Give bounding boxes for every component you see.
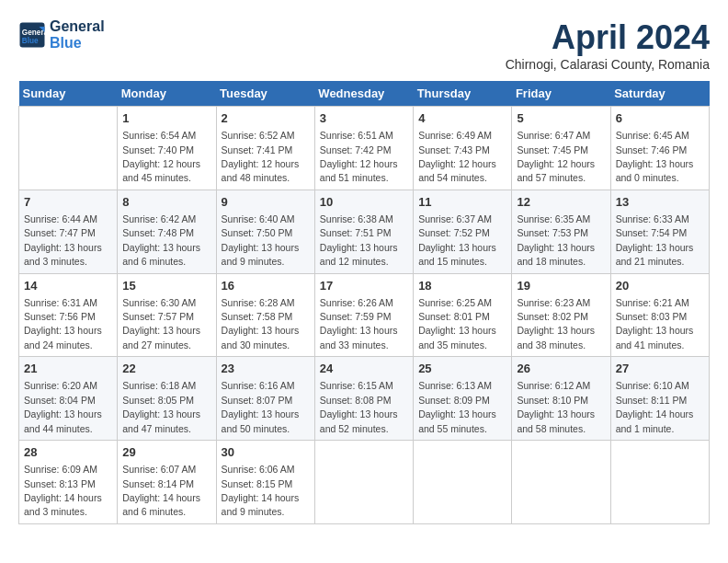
day-number: 7 [24,194,112,211]
calendar-cell: 14Sunrise: 6:31 AM Sunset: 7:56 PM Dayli… [19,273,118,357]
day-info: Sunrise: 6:51 AM Sunset: 7:42 PM Dayligh… [320,130,398,183]
day-info: Sunrise: 6:52 AM Sunset: 7:41 PM Dayligh… [222,130,300,183]
calendar-cell: 8Sunrise: 6:42 AM Sunset: 7:48 PM Daylig… [118,190,216,273]
day-number: 21 [24,361,112,377]
svg-text:Blue: Blue [22,37,39,45]
day-number: 10 [320,194,408,211]
day-number: 2 [222,110,310,127]
day-number: 13 [616,194,704,211]
calendar-week-4: 21Sunrise: 6:20 AM Sunset: 8:04 PM Dayli… [19,357,710,441]
calendar-cell: 16Sunrise: 6:28 AM Sunset: 7:58 PM Dayli… [216,273,314,357]
page-header: General Blue General Blue April 2024 Chi… [18,18,710,72]
weekday-header-saturday: Saturday [610,81,709,107]
calendar-cell: 7Sunrise: 6:44 AM Sunset: 7:47 PM Daylig… [19,190,118,273]
calendar-cell: 26Sunrise: 6:12 AM Sunset: 8:10 PM Dayli… [512,357,610,441]
calendar-cell: 22Sunrise: 6:18 AM Sunset: 8:05 PM Dayli… [118,357,216,441]
title-area: April 2024 Chirnogi, Calarasi County, Ro… [506,18,710,72]
day-info: Sunrise: 6:25 AM Sunset: 8:01 PM Dayligh… [418,297,496,350]
day-info: Sunrise: 6:37 AM Sunset: 7:52 PM Dayligh… [418,213,496,267]
day-info: Sunrise: 6:16 AM Sunset: 8:07 PM Dayligh… [222,380,300,433]
day-number: 6 [616,110,704,127]
calendar-cell: 11Sunrise: 6:37 AM Sunset: 7:52 PM Dayli… [414,190,512,273]
day-number: 4 [418,110,506,127]
day-number: 29 [122,444,210,461]
day-number: 25 [418,361,506,377]
day-number: 3 [320,110,408,127]
logo-icon: General Blue [18,21,46,49]
weekday-header-row: SundayMondayTuesdayWednesdayThursdayFrid… [19,81,710,107]
calendar-cell: 5Sunrise: 6:47 AM Sunset: 7:45 PM Daylig… [512,107,610,190]
weekday-header-tuesday: Tuesday [216,81,314,107]
day-number: 20 [616,278,704,294]
day-number: 23 [222,361,310,377]
calendar-cell: 27Sunrise: 6:10 AM Sunset: 8:11 PM Dayli… [610,357,709,441]
weekday-header-friday: Friday [512,81,610,107]
day-info: Sunrise: 6:10 AM Sunset: 8:11 PM Dayligh… [616,380,694,433]
day-info: Sunrise: 6:47 AM Sunset: 7:45 PM Dayligh… [517,130,595,183]
calendar-cell [414,441,512,524]
weekday-header-wednesday: Wednesday [314,81,413,107]
calendar-week-2: 7Sunrise: 6:44 AM Sunset: 7:47 PM Daylig… [19,190,710,273]
calendar-cell: 3Sunrise: 6:51 AM Sunset: 7:42 PM Daylig… [314,107,413,190]
day-number: 14 [24,278,112,294]
calendar-cell: 29Sunrise: 6:07 AM Sunset: 8:14 PM Dayli… [118,441,216,524]
day-info: Sunrise: 6:09 AM Sunset: 8:13 PM Dayligh… [24,464,102,517]
day-number: 22 [122,361,210,377]
day-info: Sunrise: 6:15 AM Sunset: 8:08 PM Dayligh… [320,380,398,433]
calendar-cell: 24Sunrise: 6:15 AM Sunset: 8:08 PM Dayli… [314,357,413,441]
day-info: Sunrise: 6:20 AM Sunset: 8:04 PM Dayligh… [24,380,102,433]
day-info: Sunrise: 6:40 AM Sunset: 7:50 PM Dayligh… [222,213,300,267]
day-info: Sunrise: 6:35 AM Sunset: 7:53 PM Dayligh… [517,213,595,267]
month-title: April 2024 [506,18,710,57]
calendar-cell: 13Sunrise: 6:33 AM Sunset: 7:54 PM Dayli… [610,190,709,273]
day-info: Sunrise: 6:30 AM Sunset: 7:57 PM Dayligh… [122,297,200,350]
day-info: Sunrise: 6:06 AM Sunset: 8:15 PM Dayligh… [222,464,300,517]
day-info: Sunrise: 6:38 AM Sunset: 7:51 PM Dayligh… [320,213,398,267]
day-number: 11 [418,194,506,211]
calendar-cell: 1Sunrise: 6:54 AM Sunset: 7:40 PM Daylig… [118,107,216,190]
day-number: 26 [517,361,605,377]
calendar-cell: 18Sunrise: 6:25 AM Sunset: 8:01 PM Dayli… [414,273,512,357]
calendar-cell [610,441,709,524]
day-info: Sunrise: 6:33 AM Sunset: 7:54 PM Dayligh… [616,213,694,267]
day-number: 5 [517,110,605,127]
day-info: Sunrise: 6:21 AM Sunset: 8:03 PM Dayligh… [616,297,694,350]
calendar-cell: 20Sunrise: 6:21 AM Sunset: 8:03 PM Dayli… [610,273,709,357]
day-number: 8 [122,194,210,211]
day-number: 16 [222,278,310,294]
day-number: 19 [517,278,605,294]
day-info: Sunrise: 6:28 AM Sunset: 7:58 PM Dayligh… [222,297,300,350]
day-number: 28 [24,444,112,461]
calendar-cell [512,441,610,524]
calendar-cell: 25Sunrise: 6:13 AM Sunset: 8:09 PM Dayli… [414,357,512,441]
day-info: Sunrise: 6:12 AM Sunset: 8:10 PM Dayligh… [517,380,595,433]
calendar-cell: 30Sunrise: 6:06 AM Sunset: 8:15 PM Dayli… [216,441,314,524]
location-subtitle: Chirnogi, Calarasi County, Romania [506,57,710,72]
day-info: Sunrise: 6:49 AM Sunset: 7:43 PM Dayligh… [418,130,496,183]
calendar-cell: 19Sunrise: 6:23 AM Sunset: 8:02 PM Dayli… [512,273,610,357]
day-info: Sunrise: 6:31 AM Sunset: 7:56 PM Dayligh… [24,297,102,350]
calendar-cell: 10Sunrise: 6:38 AM Sunset: 7:51 PM Dayli… [314,190,413,273]
calendar-cell: 12Sunrise: 6:35 AM Sunset: 7:53 PM Dayli… [512,190,610,273]
day-info: Sunrise: 6:13 AM Sunset: 8:09 PM Dayligh… [418,380,496,433]
day-number: 15 [122,278,210,294]
day-number: 9 [222,194,310,211]
day-info: Sunrise: 6:26 AM Sunset: 7:59 PM Dayligh… [320,297,398,350]
day-info: Sunrise: 6:42 AM Sunset: 7:48 PM Dayligh… [122,213,200,267]
calendar-cell [19,107,118,190]
weekday-header-monday: Monday [118,81,216,107]
calendar-week-3: 14Sunrise: 6:31 AM Sunset: 7:56 PM Dayli… [19,273,710,357]
calendar-cell: 9Sunrise: 6:40 AM Sunset: 7:50 PM Daylig… [216,190,314,273]
day-info: Sunrise: 6:45 AM Sunset: 7:46 PM Dayligh… [616,130,694,183]
calendar-cell [314,441,413,524]
weekday-header-sunday: Sunday [19,81,118,107]
day-info: Sunrise: 6:44 AM Sunset: 7:47 PM Dayligh… [24,213,102,267]
day-info: Sunrise: 6:18 AM Sunset: 8:05 PM Dayligh… [122,380,200,433]
day-number: 27 [616,361,704,377]
calendar-cell: 4Sunrise: 6:49 AM Sunset: 7:43 PM Daylig… [414,107,512,190]
day-number: 1 [122,110,210,127]
day-number: 30 [222,444,310,461]
calendar-week-1: 1Sunrise: 6:54 AM Sunset: 7:40 PM Daylig… [19,107,710,190]
calendar-cell: 28Sunrise: 6:09 AM Sunset: 8:13 PM Dayli… [19,441,118,524]
calendar-cell: 2Sunrise: 6:52 AM Sunset: 7:41 PM Daylig… [216,107,314,190]
